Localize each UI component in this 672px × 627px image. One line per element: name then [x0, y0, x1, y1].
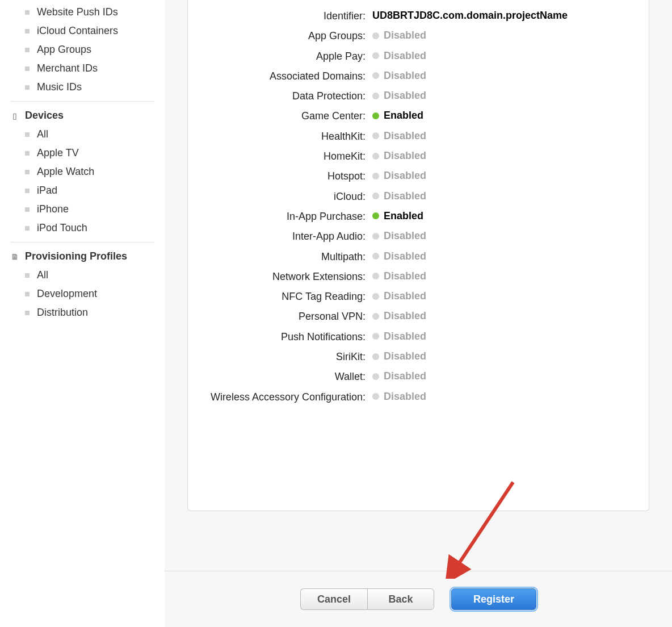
capability-value: Disabled [372, 270, 632, 282]
sidebar-item-label: iCloud Containers [37, 25, 118, 37]
status-dot-icon [372, 333, 379, 340]
capability-value: Disabled [372, 69, 632, 82]
bullet-icon [25, 226, 30, 231]
bullet-icon [25, 292, 30, 296]
capability-value: Disabled [372, 29, 632, 41]
capability-row: Apple Pay:Disabled [205, 49, 632, 63]
capability-label: Personal VPN: [205, 310, 372, 323]
capability-label: Data Protection: [205, 89, 372, 103]
capability-value: Disabled [372, 190, 632, 202]
capability-value: Disabled [372, 169, 632, 182]
capability-status: Disabled [384, 391, 426, 403]
sidebar-item-label: iPhone [37, 203, 69, 215]
capability-row: Personal VPN:Disabled [205, 310, 632, 323]
status-dot-icon [372, 212, 379, 219]
capability-status: Disabled [384, 331, 426, 342]
bullet-icon [25, 311, 30, 315]
sidebar-item[interactable]: Apple Watch [25, 162, 154, 181]
capability-value: Disabled [372, 129, 632, 142]
sidebar-heading-label: Provisioning Profiles [25, 250, 127, 262]
status-dot-icon [372, 233, 379, 240]
sidebar-item[interactable]: Music IDs [25, 78, 154, 97]
capability-value: Disabled [372, 250, 632, 262]
bullet-icon [25, 189, 30, 193]
sidebar-item[interactable]: Apple TV [25, 144, 154, 162]
capability-row: Wireless Accessory Configuration:Disable… [205, 390, 632, 404]
status-dot-icon [372, 393, 379, 400]
capability-row: HomeKit:Disabled [205, 149, 632, 163]
bullet-icon [25, 85, 30, 90]
capability-label: Associated Domains: [205, 69, 372, 83]
sidebar-item-label: All [37, 269, 48, 281]
capability-label: Network Extensions: [205, 270, 372, 283]
cancel-button[interactable]: Cancel [300, 588, 367, 610]
sidebar-item-label: iPod Touch [37, 222, 87, 234]
sidebar-item[interactable]: iPod Touch [25, 219, 154, 237]
capability-status: Disabled [384, 190, 426, 202]
sidebar-item-label: Distribution [37, 307, 88, 319]
capability-status: Disabled [384, 370, 426, 382]
sidebar-item[interactable]: Merchant IDs [25, 59, 154, 78]
capability-row: iCloud:Disabled [205, 190, 632, 203]
capability-row: Data Protection:Disabled [205, 89, 632, 103]
sidebar-item[interactable]: All [25, 266, 154, 285]
bullet-icon [25, 132, 30, 137]
capability-status: Disabled [384, 230, 426, 242]
back-button[interactable]: Back [367, 588, 434, 610]
sidebar-item-label: Development [37, 288, 97, 300]
capability-status: Disabled [384, 290, 426, 302]
sidebar-item[interactable]: App Groups [25, 40, 154, 59]
capability-label: NFC Tag Reading: [205, 290, 372, 303]
capability-status: Disabled [384, 170, 426, 182]
capability-status: Enabled [384, 210, 423, 222]
capability-value: Disabled [372, 350, 632, 362]
capability-label: Wallet: [205, 370, 372, 383]
sidebar-heading-devices[interactable]: ▯ Devices [10, 107, 154, 125]
bullet-icon [25, 48, 30, 52]
status-dot-icon [372, 52, 379, 59]
sidebar-item[interactable]: Website Push IDs [25, 3, 154, 22]
sidebar-item-label: Apple TV [37, 147, 79, 159]
sidebar-item[interactable]: iCloud Containers [25, 22, 154, 40]
status-dot-icon [372, 193, 379, 199]
capability-label: SiriKit: [205, 350, 372, 363]
sidebar-item-label: iPad [37, 185, 57, 197]
sidebar-item-label: Website Push IDs [37, 6, 118, 18]
capability-value: Disabled [372, 390, 632, 403]
capability-label: Hotspot: [205, 169, 372, 183]
main-content: Identifier: UD8BRTJD8C.com.domain.projec… [165, 0, 672, 627]
sidebar-heading-label: Devices [25, 110, 64, 122]
identifier-label: Identifier: [205, 9, 372, 23]
status-dot-icon [372, 173, 379, 179]
sidebar-item[interactable]: Development [25, 285, 154, 303]
sidebar-item[interactable]: Distribution [25, 303, 154, 322]
capability-status: Disabled [384, 90, 426, 102]
capability-status: Disabled [384, 250, 426, 262]
sidebar-item-label: Merchant IDs [37, 62, 98, 74]
sidebar-item[interactable]: iPad [25, 181, 154, 200]
document-icon: 🗎 [10, 252, 19, 261]
capability-value: Disabled [372, 89, 632, 102]
capability-status: Disabled [384, 30, 426, 41]
bullet-icon [25, 10, 30, 15]
status-dot-icon [372, 32, 379, 39]
capability-status: Disabled [384, 50, 426, 62]
status-dot-icon [372, 253, 379, 260]
sidebar-item[interactable]: All [25, 125, 154, 144]
sidebar-heading-profiles[interactable]: 🗎 Provisioning Profiles [10, 248, 154, 266]
capability-row: App Groups:Disabled [205, 29, 632, 43]
sidebar-item-label: All [37, 128, 48, 140]
capability-status: Disabled [384, 150, 426, 162]
capability-label: Push Notifications: [205, 330, 372, 344]
capability-value: Disabled [372, 310, 632, 322]
capability-label: Inter-App Audio: [205, 229, 372, 243]
status-dot-icon [372, 293, 379, 300]
capability-row: NFC Tag Reading:Disabled [205, 290, 632, 303]
register-button[interactable]: Register [451, 588, 536, 610]
capability-label: In-App Purchase: [205, 210, 372, 223]
capability-value: Disabled [372, 49, 632, 62]
status-dot-icon [372, 353, 379, 360]
sidebar-item[interactable]: iPhone [25, 200, 154, 219]
bullet-icon [25, 273, 30, 278]
capability-value: Disabled [372, 229, 632, 242]
